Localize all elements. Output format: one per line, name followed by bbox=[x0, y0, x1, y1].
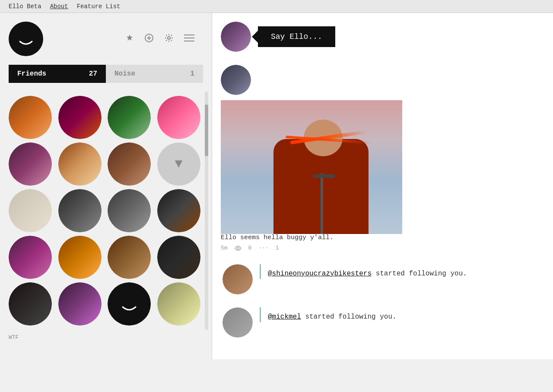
friend-avatar-6[interactable] bbox=[58, 142, 102, 186]
right-panel: Say Ello... bbox=[212, 13, 553, 359]
friend-avatar-20[interactable] bbox=[157, 282, 200, 326]
app-logo[interactable] bbox=[9, 22, 43, 56]
post-comments-icon: ··· bbox=[258, 245, 268, 251]
left-panel: Friends 27 Noise 1 bbox=[0, 13, 212, 359]
post-item: Ello seems hella buggy y'all. 5m 0 ··· 1 bbox=[221, 65, 544, 251]
notification-1-text: @shineonyoucrazybikesters started follow… bbox=[268, 264, 544, 279]
notif-avatar-2[interactable] bbox=[222, 307, 253, 338]
nav-link-feature-list[interactable]: Feature List bbox=[77, 3, 121, 10]
post-author-avatar[interactable] bbox=[221, 65, 251, 95]
composer-area: Say Ello... bbox=[221, 22, 544, 52]
friend-avatar-15[interactable] bbox=[108, 236, 151, 279]
friend-avatar-19[interactable] bbox=[108, 282, 151, 326]
notification-item-1: @shineonyoucrazybikesters started follow… bbox=[221, 264, 544, 294]
friend-avatar-16[interactable] bbox=[157, 236, 200, 279]
post-comments-count: 1 bbox=[276, 245, 279, 251]
notif-1-action: started following you. bbox=[372, 270, 467, 278]
notification-item-2: @mickmel started following you. bbox=[221, 307, 544, 338]
settings-icon[interactable] bbox=[164, 33, 174, 45]
tabs-area: Friends 27 Noise 1 bbox=[9, 65, 203, 83]
header-area bbox=[0, 13, 212, 65]
top-navigation: Ello Beta About Feature List bbox=[0, 0, 553, 13]
friend-avatar-5[interactable] bbox=[9, 142, 52, 186]
menu-icon[interactable] bbox=[184, 34, 194, 44]
post-header bbox=[221, 65, 544, 95]
scrollbar-thumb[interactable] bbox=[205, 104, 208, 156]
brand-name: Ello Beta bbox=[9, 3, 41, 10]
post-caption: Ello seems hella buggy y'all. bbox=[221, 234, 544, 241]
friend-avatar-7[interactable] bbox=[108, 142, 151, 186]
post-views-icon bbox=[235, 246, 242, 251]
friends-grid: ▼ bbox=[0, 92, 212, 330]
tab-noise-count: 1 bbox=[190, 70, 194, 78]
tab-friends[interactable]: Friends 27 bbox=[9, 65, 106, 83]
friend-avatar-18[interactable] bbox=[58, 282, 102, 326]
post-meta: 5m 0 ··· 1 bbox=[221, 245, 544, 251]
friend-avatar-8[interactable]: ▼ bbox=[157, 142, 200, 186]
say-ello-input[interactable]: Say Ello... bbox=[258, 26, 335, 47]
main-layout: Friends 27 Noise 1 bbox=[0, 13, 553, 359]
notif-2-username[interactable]: @mickmel bbox=[268, 313, 301, 321]
current-user-avatar[interactable] bbox=[221, 22, 251, 52]
friend-avatar-14[interactable] bbox=[58, 236, 102, 279]
invite-icon[interactable] bbox=[125, 34, 134, 44]
add-icon[interactable] bbox=[144, 33, 154, 45]
tab-noise[interactable]: Noise 1 bbox=[106, 65, 203, 83]
svg-point-1 bbox=[168, 37, 170, 39]
friend-avatar-3[interactable] bbox=[108, 96, 151, 139]
post-views-count: 0 bbox=[248, 245, 252, 251]
notification-2-text: @mickmel started following you. bbox=[268, 307, 544, 322]
nav-link-about[interactable]: About bbox=[50, 3, 68, 10]
friend-avatar-17[interactable] bbox=[9, 282, 52, 326]
wtf-label: WTF bbox=[0, 330, 212, 345]
tab-friends-label: Friends bbox=[17, 70, 46, 78]
svg-point-2 bbox=[237, 247, 239, 249]
friend-avatar-2[interactable] bbox=[58, 96, 102, 139]
header-icons bbox=[56, 33, 203, 45]
friend-avatar-11[interactable] bbox=[108, 189, 151, 232]
grid-scrollbar[interactable] bbox=[205, 92, 208, 330]
friend-avatar-12[interactable] bbox=[157, 189, 200, 232]
friend-avatar-1[interactable] bbox=[9, 96, 52, 139]
friend-avatar-4[interactable] bbox=[157, 96, 200, 139]
notif-avatar-1[interactable] bbox=[222, 264, 253, 294]
tab-friends-count: 27 bbox=[89, 70, 97, 78]
friend-avatar-13[interactable] bbox=[9, 236, 52, 279]
notification-1-content: @shineonyoucrazybikesters started follow… bbox=[260, 264, 544, 279]
post-time: 5m bbox=[221, 245, 228, 251]
friend-avatar-9[interactable] bbox=[9, 189, 52, 232]
tab-noise-label: Noise bbox=[114, 70, 135, 78]
notification-2-content: @mickmel started following you. bbox=[260, 307, 544, 322]
notif-2-action: started following you. bbox=[301, 313, 397, 321]
friend-avatar-10[interactable] bbox=[58, 189, 102, 232]
post-image bbox=[221, 100, 402, 234]
notif-1-username[interactable]: @shineonyoucrazybikesters bbox=[268, 270, 372, 278]
